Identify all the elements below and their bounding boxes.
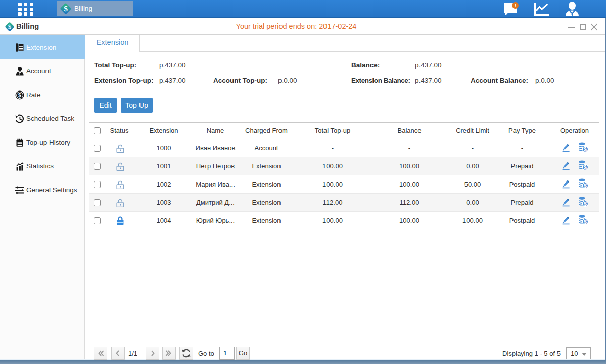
svg-text:$: $ xyxy=(64,4,68,13)
svg-text:$: $ xyxy=(584,183,587,189)
svg-text:$: $ xyxy=(584,165,587,170)
svg-text:$: $ xyxy=(584,147,587,152)
svg-text:!: ! xyxy=(515,3,516,8)
svg-text:$: $ xyxy=(584,219,587,225)
svg-text:$: $ xyxy=(18,92,21,98)
svg-text:$: $ xyxy=(584,201,587,207)
